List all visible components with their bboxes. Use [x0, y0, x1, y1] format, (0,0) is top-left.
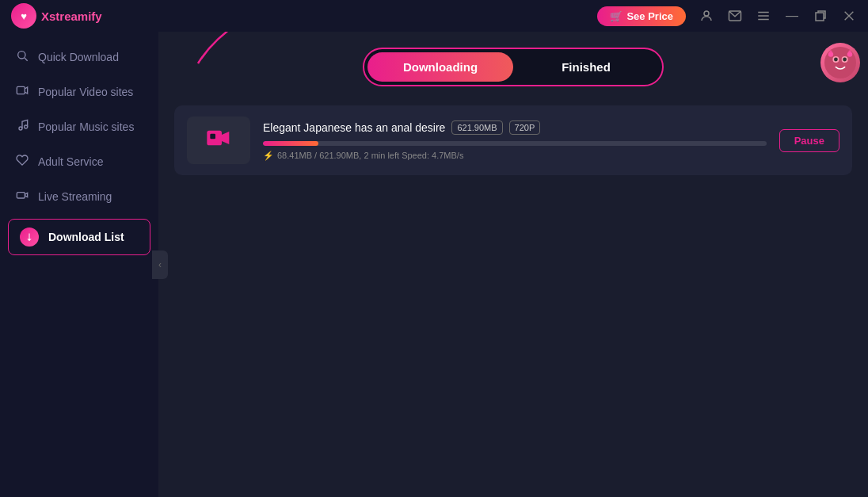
svg-rect-25 [210, 133, 215, 139]
tab-downloading[interactable]: Downloading [367, 52, 513, 82]
sidebar-item-label: Adult Service [38, 155, 103, 168]
titlebar-controls: — [694, 3, 862, 29]
svg-rect-13 [17, 193, 25, 198]
video-camera-icon [206, 125, 231, 156]
restore-button[interactable] [808, 3, 833, 29]
sidebar-item-live-streaming[interactable]: Live Streaming [0, 179, 158, 214]
svg-rect-10 [17, 86, 25, 94]
music-icon [16, 119, 29, 135]
tab-container: Downloading Finished [363, 48, 664, 86]
svg-line-9 [25, 58, 28, 61]
tab-finished[interactable]: Finished [513, 52, 659, 82]
sidebar-item-label: Popular Video sites [38, 86, 133, 98]
sidebar-item-adult-service[interactable]: Adult Service [0, 144, 158, 179]
sidebar: ‹ Quick Download Popular Video sites Pop… [0, 32, 158, 497]
svg-rect-5 [816, 13, 824, 21]
sidebar-item-popular-music[interactable]: Popular Music sites [0, 109, 158, 144]
download-progress-text: 68.41MB / 621.90MB, 2 min left Speed: 4.… [277, 151, 463, 160]
sidebar-item-download-list[interactable]: Download List [8, 219, 150, 255]
download-icon [20, 227, 39, 247]
tab-bar: Downloading Finished [174, 48, 852, 86]
download-title: Elegant Japanese has an anal desire [263, 121, 445, 134]
size-badge: 621.90MB [451, 120, 502, 135]
video-thumbnail [187, 117, 250, 164]
mail-button[interactable] [722, 3, 748, 29]
download-title-row: Elegant Japanese has an anal desire 621.… [263, 120, 767, 135]
svg-point-0 [704, 11, 709, 16]
video-icon [16, 84, 29, 100]
download-item: Elegant Japanese has an anal desire 621.… [174, 105, 852, 175]
sidebar-collapse-button[interactable]: ‹ [152, 250, 168, 279]
main-content: Downloading Finished Elegant Japanese ha… [158, 32, 868, 497]
download-meta: ⚡ 68.41MB / 621.90MB, 2 min left Speed: … [263, 151, 767, 161]
sidebar-item-label: Popular Music sites [38, 120, 134, 133]
sidebar-item-popular-video[interactable]: Popular Video sites [0, 75, 158, 109]
see-price-button[interactable]: 🛒 See Price [597, 6, 686, 26]
sidebar-item-quick-download[interactable]: Quick Download [0, 40, 158, 75]
cart-icon: 🛒 [610, 10, 622, 22]
see-price-label: See Price [626, 10, 673, 22]
pause-button[interactable]: Pause [779, 129, 839, 152]
progress-bar-background [263, 141, 767, 146]
live-icon [16, 189, 29, 205]
svg-marker-24 [222, 132, 229, 144]
sidebar-item-label: Quick Download [38, 51, 119, 63]
logo-area: ♥ Xstreamify [0, 3, 158, 29]
bolt-icon: ⚡ [263, 151, 274, 161]
app-name: Xstreamify [41, 10, 102, 23]
heart-icon [16, 154, 29, 170]
profile-button[interactable] [694, 3, 719, 29]
logo-icon: ♥ [11, 3, 36, 29]
search-icon [16, 49, 29, 65]
progress-bar-fill [263, 141, 318, 146]
titlebar: ♥ Xstreamify 🛒 See Price — [0, 0, 868, 32]
menu-button[interactable] [751, 3, 776, 29]
sidebar-item-label: Download List [48, 231, 124, 243]
close-button[interactable] [836, 3, 862, 29]
svg-point-8 [18, 52, 25, 59]
minimize-button[interactable]: — [779, 3, 805, 29]
quality-badge: 720P [509, 120, 541, 135]
sidebar-item-label: Live Streaming [38, 190, 112, 203]
download-info: Elegant Japanese has an anal desire 621.… [263, 120, 767, 161]
